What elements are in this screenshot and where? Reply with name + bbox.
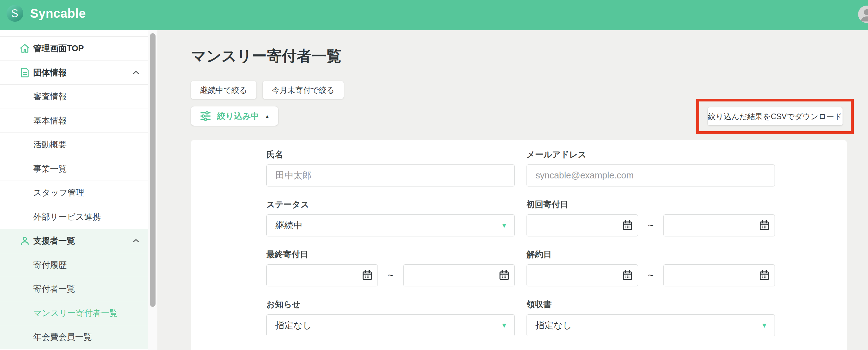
- sidebar-item-label: 事業一覧: [33, 163, 67, 174]
- receipt-label: 領収書: [527, 299, 775, 310]
- calendar-icon[interactable]: [498, 269, 510, 282]
- name-label: 氏名: [266, 149, 515, 160]
- avatar-person-icon: [858, 6, 868, 23]
- sidebar-item-label: スタッフ管理: [33, 187, 85, 198]
- cancellation-date-label: 解約日: [527, 249, 775, 260]
- sidebar-item-label: 管理画面TOP: [33, 43, 84, 54]
- brand: S Syncable: [6, 5, 86, 22]
- sidebar-item-label: 寄付者一覧: [33, 283, 75, 294]
- sidebar-scroll-sliver: [0, 30, 148, 37]
- app-header: S Syncable: [0, 0, 868, 30]
- date-wrap: [663, 264, 775, 286]
- range-separator: ~: [638, 264, 663, 286]
- sidebar-item-review-info[interactable]: 審査情報: [0, 85, 148, 109]
- filtering-toggle-button[interactable]: 絞り込み中 ▲: [191, 106, 278, 126]
- first-donation-date-range: ~: [527, 214, 775, 236]
- quick-filter-buttons: 継続中で絞る 今月未寄付で絞る: [191, 81, 344, 99]
- date-wrap: [403, 264, 515, 286]
- sidebar-item-supporter-list[interactable]: 支援者一覧: [0, 229, 148, 253]
- filter-not-donated-this-month-button[interactable]: 今月未寄付で絞る: [262, 81, 344, 99]
- notice-selected-value: 指定なし: [275, 319, 312, 332]
- date-wrap: [527, 264, 638, 286]
- field-receipt: 領収書 指定なし ▼: [527, 299, 775, 336]
- last-donation-date-label: 最終寄付日: [266, 249, 515, 260]
- person-icon: [19, 235, 30, 246]
- notice-label: お知らせ: [266, 299, 515, 310]
- date-wrap: [527, 214, 638, 236]
- sidebar-item-label: 年会費会員一覧: [33, 331, 92, 343]
- sidebar-item-label: 支援者一覧: [33, 235, 75, 246]
- sidebar-item-project-list[interactable]: 事業一覧: [0, 157, 148, 181]
- csv-download-button[interactable]: 絞り込んだ結果をCSVでダウンロード: [708, 107, 842, 125]
- calendar-icon[interactable]: [758, 219, 771, 232]
- date-wrap: [663, 214, 775, 236]
- field-cancellation-date: 解約日 ~: [527, 249, 775, 286]
- email-label: メールアドレス: [527, 149, 775, 160]
- field-last-donation-date: 最終寄付日 ~: [266, 249, 515, 286]
- filtering-toggle-label: 絞り込み中: [217, 110, 259, 122]
- sidebar-item-label: 活動概要: [33, 139, 67, 150]
- dropdown-caret-icon: ▼: [761, 321, 768, 329]
- sidebar-item-admin-top[interactable]: 管理画面TOP: [0, 37, 148, 61]
- sidebar-scrollbar-thumb[interactable]: [150, 33, 156, 307]
- document-icon: [19, 67, 30, 78]
- cancellation-date-range: ~: [527, 264, 775, 286]
- page-title: マンスリー寄付者一覧: [191, 46, 341, 66]
- field-notice: お知らせ 指定なし ▼: [266, 299, 515, 336]
- sidebar-item-org-info[interactable]: 団体情報: [0, 61, 148, 85]
- calendar-icon[interactable]: [758, 269, 771, 282]
- sidebar-scrollbar-track: [148, 30, 157, 350]
- chevron-up-icon: [132, 236, 140, 245]
- brand-name: Syncable: [30, 6, 86, 21]
- date-wrap: [266, 264, 378, 286]
- sidebar-item-label: 団体情報: [33, 67, 67, 78]
- field-status: ステータス 継続中 ▼: [266, 199, 515, 236]
- receipt-select[interactable]: 指定なし ▼: [527, 314, 775, 336]
- sidebar-item-staff-management[interactable]: スタッフ管理: [0, 181, 148, 205]
- main-content: マンスリー寄付者一覧 継続中で絞る 今月未寄付で絞る 絞り込み中 ▲ 絞り込んだ…: [157, 30, 868, 350]
- sidebar-item-label: 外部サービス連携: [33, 211, 101, 222]
- range-separator: ~: [638, 214, 663, 236]
- last-donation-date-range: ~: [266, 264, 515, 286]
- filter-ongoing-button[interactable]: 継続中で絞る: [191, 81, 256, 99]
- sidebar-item-basic-info[interactable]: 基本情報: [0, 109, 148, 133]
- status-selected-value: 継続中: [275, 219, 302, 232]
- dropdown-caret-icon: ▼: [501, 321, 507, 329]
- first-donation-date-label: 初回寄付日: [527, 199, 775, 210]
- field-name: 氏名: [266, 149, 515, 187]
- range-separator: ~: [378, 264, 403, 286]
- home-icon: [19, 43, 30, 54]
- filter-sliders-icon: [199, 110, 211, 122]
- syncable-logo-icon: S: [6, 5, 23, 22]
- name-input[interactable]: [266, 164, 515, 187]
- calendar-icon[interactable]: [621, 269, 633, 282]
- annotation-highlight-box: 絞り込んだ結果をCSVでダウンロード: [696, 99, 854, 134]
- sidebar-item-label: 審査情報: [33, 91, 67, 102]
- calendar-icon[interactable]: [621, 219, 633, 232]
- sidebar-item-label: 寄付履歴: [33, 259, 67, 271]
- sidebar-item-monthly-donor-list[interactable]: マンスリー寄付者一覧: [0, 301, 148, 325]
- status-select[interactable]: 継続中 ▼: [266, 214, 515, 236]
- filter-form-panel: 氏名 メールアドレス ステータス 継続中 ▼ 初回寄付日: [191, 140, 847, 350]
- sidebar-item-annual-member-list[interactable]: 年会費会員一覧: [0, 325, 148, 349]
- sidebar-item-label: マンスリー寄付者一覧: [33, 308, 118, 319]
- collapse-caret-icon: ▲: [265, 114, 270, 119]
- sidebar-nav: 管理画面TOP 団体情報 審査情報 基本情報 活動概要 事業一覧 スタッフ管理 …: [0, 30, 148, 350]
- sidebar-item-donation-history[interactable]: 寄付履歴: [0, 253, 148, 277]
- sidebar-item-label: 基本情報: [33, 115, 67, 126]
- dropdown-caret-icon: ▼: [501, 222, 507, 230]
- sidebar-item-external-services[interactable]: 外部サービス連携: [0, 205, 148, 229]
- field-email: メールアドレス: [527, 149, 775, 187]
- notice-select[interactable]: 指定なし ▼: [266, 314, 515, 336]
- sidebar-item-activity-overview[interactable]: 活動概要: [0, 133, 148, 157]
- chevron-up-icon: [132, 68, 140, 77]
- sidebar-item-donor-list[interactable]: 寄付者一覧: [0, 277, 148, 301]
- status-label: ステータス: [266, 199, 515, 210]
- calendar-icon[interactable]: [361, 269, 373, 282]
- field-first-donation-date: 初回寄付日 ~: [527, 199, 775, 236]
- receipt-selected-value: 指定なし: [535, 319, 572, 332]
- user-avatar[interactable]: [858, 6, 868, 23]
- email-input[interactable]: [527, 164, 775, 187]
